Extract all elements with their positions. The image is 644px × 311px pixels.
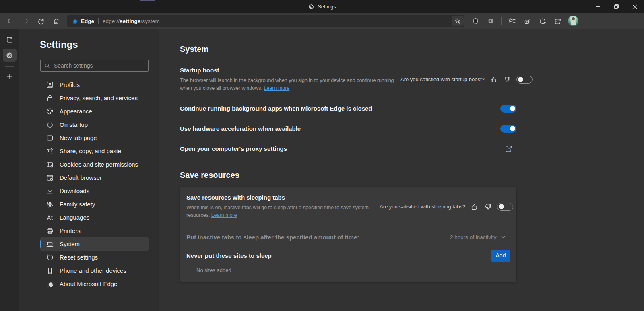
new-tab-page-icon bbox=[46, 134, 54, 142]
minimize-button[interactable] bbox=[588, 0, 607, 13]
background-apps-toggle[interactable] bbox=[500, 105, 516, 113]
new-tab-button[interactable] bbox=[3, 70, 17, 83]
site-brand-label: Edge bbox=[81, 18, 94, 24]
sidebar-item-downloads[interactable]: Downloads bbox=[40, 184, 149, 198]
office-logo-icon bbox=[487, 17, 494, 25]
home-icon bbox=[52, 17, 60, 25]
power-icon bbox=[46, 121, 54, 129]
refresh-button[interactable] bbox=[34, 15, 47, 27]
share-button[interactable] bbox=[551, 15, 565, 27]
address-bar-separator bbox=[98, 18, 99, 24]
back-button[interactable] bbox=[3, 15, 17, 27]
web-capture-button[interactable] bbox=[536, 15, 549, 27]
laptop-icon bbox=[46, 240, 54, 248]
page-title: System bbox=[180, 45, 516, 54]
shield-extension-button[interactable] bbox=[469, 15, 482, 27]
sidebar-item-label: Profiles bbox=[60, 81, 80, 88]
feedback-question: Are you satisfied with startup boost? bbox=[400, 76, 485, 82]
proxy-settings-row[interactable]: Open your computer's proxy settings bbox=[180, 145, 516, 153]
sidebar-item-label: System bbox=[60, 241, 80, 247]
office-extension-button[interactable] bbox=[484, 15, 497, 27]
sidebar-item-profiles[interactable]: Profiles bbox=[40, 78, 149, 91]
sidebar-item-appearance[interactable]: Appearance bbox=[40, 105, 149, 118]
thumbs-up-icon[interactable] bbox=[490, 76, 498, 84]
title-bar: Settings bbox=[0, 0, 644, 13]
sidebar-item-phone-devices[interactable]: Phone and other devices bbox=[40, 264, 149, 277]
sidebar-item-default-browser[interactable]: Default browser bbox=[40, 171, 149, 184]
favorites-star-list-icon bbox=[508, 17, 516, 25]
star-add-icon bbox=[454, 17, 462, 25]
learn-more-link[interactable]: Learn more bbox=[264, 85, 289, 91]
learn-more-link[interactable]: Learn more bbox=[211, 212, 237, 218]
sidebar-item-system[interactable]: System bbox=[40, 237, 149, 251]
favorites-button[interactable] bbox=[505, 15, 519, 27]
startup-boost-setting: Startup boost The browser will launch in… bbox=[180, 67, 516, 93]
sidebar-item-privacy[interactable]: Privacy, search, and services bbox=[40, 91, 149, 105]
forward-button[interactable] bbox=[19, 15, 32, 27]
startup-boost-title: Startup boost bbox=[180, 67, 400, 74]
sleep-timeout-dropdown[interactable]: 2 hours of inactivity bbox=[445, 231, 510, 243]
sidebar-item-share-copy-paste[interactable]: Share, copy, and paste bbox=[40, 144, 149, 158]
collections-button[interactable] bbox=[520, 15, 534, 27]
tab-actions-button[interactable] bbox=[3, 33, 17, 46]
url-text: edge://settings/system bbox=[103, 18, 160, 24]
cookies-permissions-icon bbox=[46, 161, 54, 169]
thumbs-up-icon[interactable] bbox=[471, 203, 479, 211]
family-icon bbox=[46, 200, 54, 208]
active-indicator bbox=[40, 240, 41, 248]
home-button[interactable] bbox=[49, 15, 63, 27]
browser-toolbar: Edge edge://settings/system bbox=[0, 13, 644, 29]
feedback-question: Are you satisified with sleeping tabs? bbox=[380, 204, 465, 210]
forward-arrow-icon bbox=[21, 17, 29, 25]
active-settings-tab-button[interactable] bbox=[3, 49, 17, 62]
startup-boost-description: The browser will launch in the backgroun… bbox=[180, 77, 400, 93]
sidebar-item-label: New tab page bbox=[60, 134, 97, 141]
settings-menu-button[interactable] bbox=[582, 15, 595, 27]
sidebar-item-cookies-permissions[interactable]: Cookies and site permissions bbox=[40, 158, 149, 171]
sidebar-item-new-tab-page[interactable]: New tab page bbox=[40, 131, 149, 144]
sleeping-tabs-setting: Save resources with sleeping tabs When t… bbox=[180, 187, 516, 226]
add-favorite-button[interactable] bbox=[452, 16, 464, 26]
sidebar-item-label: Appearance bbox=[60, 108, 92, 115]
never-sleep-row: Never put these sites to sleep Add bbox=[180, 248, 516, 266]
tab-settings[interactable]: Settings bbox=[308, 4, 336, 10]
back-arrow-icon bbox=[6, 17, 14, 25]
vertical-tab-strip bbox=[0, 29, 19, 311]
sidebar-item-family-safety[interactable]: Family safety bbox=[40, 198, 149, 211]
profile-avatar[interactable] bbox=[568, 16, 578, 26]
add-site-button[interactable]: Add bbox=[491, 250, 510, 262]
thumbs-down-icon[interactable] bbox=[503, 76, 511, 84]
close-button[interactable] bbox=[625, 0, 644, 13]
hardware-acceleration-toggle[interactable] bbox=[500, 125, 516, 133]
hardware-acceleration-label: Use hardware acceleration when available bbox=[180, 125, 301, 132]
startup-boost-toggle[interactable] bbox=[516, 76, 533, 84]
vertical-tabs-icon bbox=[6, 36, 14, 44]
collections-icon bbox=[524, 17, 531, 25]
address-bar[interactable]: Edge edge://settings/system bbox=[67, 15, 464, 27]
sidebar-item-label: Default browser bbox=[60, 174, 102, 181]
chevron-down-icon bbox=[500, 234, 506, 240]
titlebar-accent-strip bbox=[140, 0, 155, 1]
sidebar-item-label: Cookies and site permissions bbox=[60, 161, 138, 168]
close-icon bbox=[632, 4, 637, 9]
printer-icon bbox=[46, 227, 54, 235]
restore-button[interactable] bbox=[607, 0, 625, 13]
sidebar-item-label: Phone and other devices bbox=[60, 267, 126, 274]
sidebar-item-about-edge[interactable]: About Microsoft Edge bbox=[40, 277, 149, 290]
thumbs-down-icon[interactable] bbox=[484, 203, 492, 211]
sleeping-tabs-toggle[interactable] bbox=[497, 203, 513, 211]
tab-strip-divider bbox=[5, 66, 14, 67]
sidebar-item-on-startup[interactable]: On startup bbox=[40, 118, 149, 131]
share-icon bbox=[554, 17, 562, 25]
sidebar-item-reset-settings[interactable]: Reset settings bbox=[40, 251, 149, 264]
sidebar-item-printers[interactable]: Printers bbox=[40, 224, 149, 237]
search-input[interactable] bbox=[54, 62, 145, 69]
languages-icon bbox=[46, 214, 54, 222]
share-icon bbox=[46, 147, 54, 155]
search-settings-box[interactable] bbox=[40, 60, 149, 72]
restore-icon bbox=[614, 4, 619, 9]
sidebar-item-languages[interactable]: Languages bbox=[40, 211, 149, 224]
ellipsis-icon bbox=[585, 17, 592, 25]
sidebar-item-label: On startup bbox=[60, 121, 88, 128]
web-capture-icon bbox=[539, 17, 547, 25]
